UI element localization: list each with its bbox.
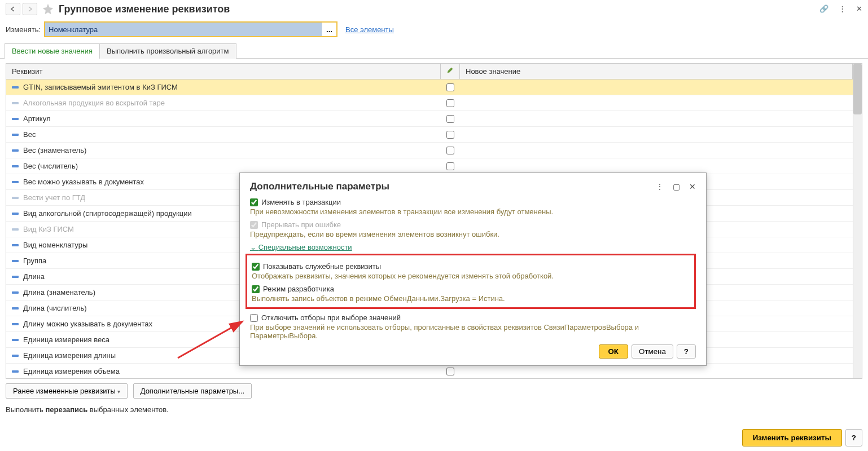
filter-input[interactable]	[45, 23, 322, 36]
row-marker	[12, 276, 19, 278]
all-elements-link[interactable]: Все элементы	[345, 25, 394, 34]
row-marker	[12, 197, 19, 199]
section-special[interactable]: Специальные возможности	[250, 243, 696, 251]
row-marker	[12, 339, 19, 341]
help-button[interactable]: ?	[845, 429, 862, 446]
filter-label: Изменять:	[6, 25, 41, 34]
highlight-box: Показывать служебные реквизиты Отображат…	[246, 254, 696, 309]
arrow-right-icon	[27, 6, 33, 12]
row-marker	[12, 134, 19, 136]
row-marker	[12, 213, 19, 215]
dialog-close-icon[interactable]: ✕	[689, 182, 696, 191]
back-button[interactable]	[6, 3, 20, 15]
table-header: Реквизит Новое значение	[6, 64, 853, 79]
app-header: Групповое изменение реквизитов	[0, 0, 868, 18]
table-row[interactable]: Алкогольная продукция во вскрытой таре	[6, 95, 853, 111]
row-label: Длина (числитель)	[23, 304, 87, 312]
cb-show-service-attrs[interactable]	[252, 263, 260, 271]
forward-button[interactable]	[23, 3, 37, 15]
row-label: GTIN, записываемый эмитентом в КиЗ ГИСМ	[23, 83, 178, 91]
dialog-cancel-button[interactable]: Отмена	[632, 344, 673, 359]
row-label: Группа	[23, 257, 46, 265]
row-checkbox[interactable]	[446, 368, 454, 375]
row-checkbox[interactable]	[446, 115, 454, 123]
tab-run-algorithm[interactable]: Выполнить произвольный алгоритм	[99, 43, 236, 59]
cb-disable-filters[interactable]	[250, 314, 258, 322]
scrollbar-thumb[interactable]	[853, 64, 862, 114]
desc-interrupt-on-error: Предупреждать, если во время изменения э…	[250, 230, 696, 238]
lbl-show-service-attrs: Показывать служебные реквизиты	[263, 262, 381, 271]
row-label: Единица измерения длины	[23, 351, 116, 360]
table-row[interactable]: Вес (числитель)	[6, 158, 853, 174]
pencil-icon	[446, 66, 454, 74]
footer: Изменить реквизиты ?	[742, 429, 862, 446]
row-marker	[12, 102, 19, 104]
row-label: Единица измерения веса	[23, 335, 109, 344]
filter-input-wrap: ...	[44, 21, 337, 37]
dialog-help-button[interactable]: ?	[677, 344, 696, 359]
kebab-icon[interactable]: ⋮	[839, 5, 846, 13]
desc-change-in-transaction: При невозможности изменения элементов в …	[250, 207, 696, 216]
prev-changed-button[interactable]: Ранее измененные реквизиты	[6, 383, 128, 399]
table-row[interactable]: Вес	[6, 127, 853, 143]
col-attribute[interactable]: Реквизит	[6, 64, 441, 79]
lbl-change-in-transaction: Изменять в транзакции	[261, 198, 341, 206]
row-checkbox[interactable]	[446, 83, 454, 91]
scrollbar[interactable]	[853, 64, 862, 378]
row-checkbox[interactable]	[446, 99, 454, 107]
star-icon[interactable]	[42, 3, 54, 15]
change-attributes-button[interactable]: Изменить реквизиты	[742, 429, 842, 446]
desc-show-service-attrs: Отображать реквизиты, значения которых н…	[252, 272, 690, 280]
col-new-value[interactable]: Новое значение	[460, 64, 853, 79]
table-row[interactable]: Вес (знаменатель)	[6, 143, 853, 158]
row-label: Вид КиЗ ГИСМ	[23, 225, 74, 233]
row-marker	[12, 149, 19, 152]
row-marker	[12, 291, 19, 294]
window-icons: 🔗 ⋮ ✕	[819, 5, 862, 13]
extra-params-dialog: Дополнительные параметры ⋮ ▢ ✕ Изменять …	[239, 173, 707, 366]
row-label: Вес (числитель)	[23, 162, 78, 170]
row-label: Вид номенклатуры	[23, 241, 87, 249]
row-marker	[12, 307, 19, 309]
dialog-kebab-icon[interactable]: ⋮	[656, 182, 664, 191]
dialog-ok-button[interactable]: ОК	[599, 344, 629, 359]
row-marker	[12, 244, 19, 246]
row-checkbox[interactable]	[446, 147, 454, 154]
row-marker	[12, 118, 19, 120]
cb-interrupt-on-error	[250, 221, 258, 229]
row-label: Длина (знаменатель)	[23, 288, 95, 297]
row-checkbox[interactable]	[446, 131, 454, 139]
row-marker	[12, 181, 19, 183]
tab-enter-values[interactable]: Ввести новые значения	[5, 43, 100, 59]
col-edit[interactable]	[441, 64, 460, 79]
row-marker	[12, 165, 19, 167]
table-row[interactable]: GTIN, записываемый эмитентом в КиЗ ГИСМ	[6, 79, 853, 95]
status-text: Выполнить перезапись выбранных элементов…	[0, 403, 868, 416]
bottom-toolbar: Ранее измененные реквизиты Дополнительны…	[0, 379, 868, 403]
row-label: Артикул	[23, 114, 50, 123]
row-label: Вес	[23, 130, 36, 139]
extra-params-button[interactable]: Дополнительные параметры...	[133, 383, 252, 399]
close-icon[interactable]: ✕	[856, 5, 862, 13]
cb-developer-mode[interactable]	[252, 285, 260, 293]
row-checkbox[interactable]	[446, 162, 454, 170]
row-label: Вид алкогольной (спиртосодержащей) проду…	[23, 209, 192, 218]
row-marker	[12, 228, 19, 231]
lbl-disable-filters: Отключить отборы при выборе значений	[261, 313, 401, 322]
row-label: Длина	[23, 272, 45, 281]
desc-disable-filters: При выборе значений не использовать отбо…	[250, 323, 696, 340]
cb-change-in-transaction[interactable]	[250, 198, 258, 206]
dialog-title: Дополнительные параметры	[250, 181, 389, 192]
arrow-left-icon	[10, 6, 16, 12]
row-label: Единица измерения объема	[23, 367, 120, 375]
row-label: Вес (знаменатель)	[23, 146, 86, 154]
link-icon[interactable]: 🔗	[819, 5, 828, 13]
filter-more-button[interactable]: ...	[322, 23, 336, 36]
filter-row: Изменять: ... Все элементы	[0, 18, 868, 43]
page-title: Групповое изменение реквизитов	[59, 3, 230, 15]
row-marker	[12, 370, 19, 373]
desc-developer-mode: Выполнять запись объектов в режиме Обмен…	[252, 294, 690, 303]
row-label: Вести учет по ГТД	[23, 193, 85, 202]
table-row[interactable]: Артикул	[6, 111, 853, 127]
dialog-maximize-icon[interactable]: ▢	[673, 182, 680, 191]
